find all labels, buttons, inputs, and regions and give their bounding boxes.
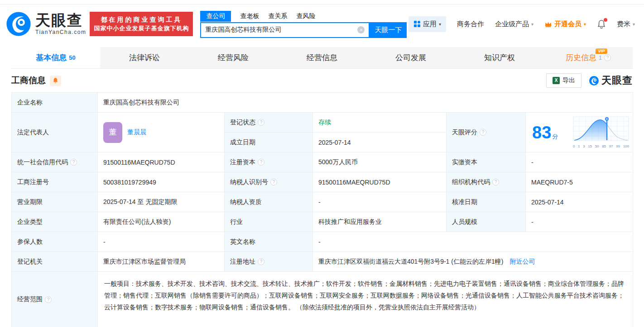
score-unit: 分 — [552, 133, 558, 140]
field-value-taxpayer-id: 91500116MAEQRUD75D — [313, 172, 447, 192]
header: 天眼查 TianYanCha.com 都在用的商业查询工具 国家中小企业发展子基… — [0, 5, 644, 43]
field-value-business-scope: 一般项目：技术服务、技术开发、技术咨询、技术交流、技术转让、技术推广；软件开发；… — [98, 272, 633, 327]
crown-icon — [544, 21, 552, 28]
help-icon[interactable]: ? — [258, 119, 264, 126]
help-icon[interactable]: ? — [604, 54, 611, 61]
label-text: 登记状态 — [230, 118, 255, 127]
help-icon[interactable]: ? — [258, 258, 264, 265]
nearby-companies-link[interactable]: 附近公司 — [509, 258, 535, 266]
value-text: - — [318, 199, 321, 206]
chevron-down-icon: ▾ — [439, 22, 441, 27]
label-text: 法定代表人 — [17, 128, 49, 137]
field-label-legal-rep: 法定代表人 — [12, 113, 98, 152]
nav-apps-label: 应用 — [423, 20, 437, 28]
value-text: 重庆市江津区双福街道福云大道401号附3号9-1 (仁能云的左岸1幢) — [318, 258, 503, 266]
field-label-staff-size: 人员规模 — [447, 212, 526, 232]
tab-count: 1 — [599, 54, 602, 61]
field-label-reg-number: 工商注册号 — [12, 172, 98, 192]
nav-cooperation[interactable]: 商务合作 — [457, 20, 484, 28]
tab-basic-info[interactable]: 基本信息 50 — [11, 47, 100, 68]
tab-count: 50 — [69, 54, 75, 61]
field-label-industry: 行业 — [225, 212, 313, 232]
value-text: - — [531, 218, 533, 226]
business-info-table: 企业名称 重庆国高创芯科技有限公司 法定代表人 董 董晨晨 登记状态 ? 存续 … — [11, 92, 633, 327]
tab-history-info[interactable]: VIP 历史信息 1 ? — [544, 47, 633, 68]
tianyancha-eye-icon — [5, 11, 32, 37]
section-header: 工商信息 X 导出 天眼查 — [11, 69, 633, 92]
search-input[interactable] — [205, 26, 357, 33]
tab-label: 法律诉讼 — [129, 52, 160, 63]
tab-legal-proceedings[interactable]: 法律诉讼 — [100, 47, 189, 68]
chevron-down-icon: ▾ — [633, 22, 635, 27]
value-text: 2025-07-14 — [531, 199, 564, 206]
monitor-bell-button[interactable] — [50, 76, 61, 86]
value-text: - — [531, 159, 533, 166]
field-label-business-term: 营业期限 — [12, 192, 98, 212]
help-icon[interactable]: ? — [270, 179, 277, 185]
help-icon[interactable]: ? — [258, 159, 264, 166]
help-icon[interactable]: ? — [492, 179, 499, 185]
export-button[interactable]: X 导出 — [546, 73, 582, 88]
search-tab-boss[interactable]: 查老板 — [240, 12, 259, 20]
field-label-org-code: 组织机构代码 ? — [447, 172, 526, 192]
watermark-text: 天眼查 — [601, 74, 633, 87]
top-divider — [0, 0, 644, 5]
field-value-tyc-score: 83分 — [526, 113, 633, 152]
tab-label: 经营风险 — [218, 52, 249, 63]
score-number: 83分 — [532, 124, 558, 141]
user-menu[interactable]: 费米 ▾ — [617, 20, 635, 28]
score-distribution-chart: 0 1 3 15 50 85 97 99 100 — [573, 116, 629, 148]
label-text: 企业类型 — [17, 218, 43, 226]
label-text: 实缴资本 — [452, 158, 477, 166]
search-tab-risk[interactable]: 查风险 — [296, 12, 315, 20]
legal-rep-link[interactable]: 董晨晨 — [127, 128, 146, 137]
excel-icon: X — [553, 77, 560, 84]
help-icon[interactable]: ? — [45, 296, 52, 303]
username: 费米 — [617, 20, 630, 28]
export-label: 导出 — [562, 76, 575, 85]
tick: 0 — [573, 144, 575, 148]
field-value-taxpayer-quals: - — [313, 192, 447, 212]
nav-apps[interactable]: 应用 ▾ — [409, 16, 446, 32]
field-value-english-name: - — [313, 232, 633, 252]
tab-business-info[interactable]: 经营信息 — [278, 47, 366, 68]
field-label-business-scope: 经营范围 ? — [12, 272, 98, 327]
value-text: 有限责任公司(法人独资) — [103, 218, 171, 226]
tab-company-development[interactable]: 公司发展 — [366, 47, 455, 68]
field-value-staff-size: - — [526, 212, 633, 232]
label-text: 注册资本 — [230, 158, 255, 166]
tick: 99 — [616, 144, 620, 148]
value-text: - — [103, 238, 106, 246]
tab-operating-risk[interactable]: 经营风险 — [189, 47, 278, 68]
value-text: 5000万人民币 — [318, 158, 358, 166]
clear-search-icon[interactable]: × — [357, 26, 365, 33]
help-icon[interactable]: ? — [480, 129, 486, 136]
label-text: 人员规模 — [452, 218, 477, 226]
field-value-approval-date: 2025-07-14 — [526, 192, 633, 212]
notifications-bell[interactable] — [597, 19, 606, 29]
search-button[interactable]: 天眼一下 — [370, 22, 407, 38]
bell-curve-chart — [573, 116, 629, 142]
nav-enterprise-products[interactable]: 企业级产品 ▾ — [495, 20, 533, 28]
nav-open-vip[interactable]: 开通会员 ▾ — [544, 20, 586, 28]
chevron-down-icon: ▾ — [531, 22, 533, 27]
slogan-line2: 国家中小企业发展子基金旗下机构 — [94, 24, 189, 33]
tick: 50 — [595, 144, 599, 148]
field-value-reg-capital: 5000万人民币 — [313, 152, 447, 172]
label-text: 成立日期 — [230, 138, 255, 147]
field-label-company-name: 企业名称 — [12, 93, 98, 113]
field-value-industry: 科技推广和应用服务业 — [313, 212, 447, 232]
top-nav: 应用 ▾ 商务合作 企业级产品 ▾ 开通会员 ▾ 费米 ▾ — [409, 16, 635, 32]
value-text: 91500116MAEQRUD75D — [103, 159, 175, 166]
search-tab-relation[interactable]: 查关系 — [268, 12, 287, 20]
field-label-reg-status: 登记状态 ? — [225, 113, 313, 133]
search-tab-company[interactable]: 查公司 — [200, 11, 231, 22]
tab-intellectual-property[interactable]: 知识产权 — [455, 47, 544, 68]
slogan-line1: 都在用的商业查询工具 — [94, 15, 189, 24]
help-icon[interactable]: ? — [70, 159, 77, 166]
tab-label: 历史信息 — [566, 52, 596, 63]
tianyancha-logo[interactable]: 天眼查 TianYanCha.com — [5, 11, 86, 37]
legal-rep-avatar[interactable]: 董 — [103, 122, 122, 143]
notification-dot — [604, 18, 607, 22]
field-value-reg-authority: 重庆市江津区市场监督管理局 — [98, 252, 225, 272]
